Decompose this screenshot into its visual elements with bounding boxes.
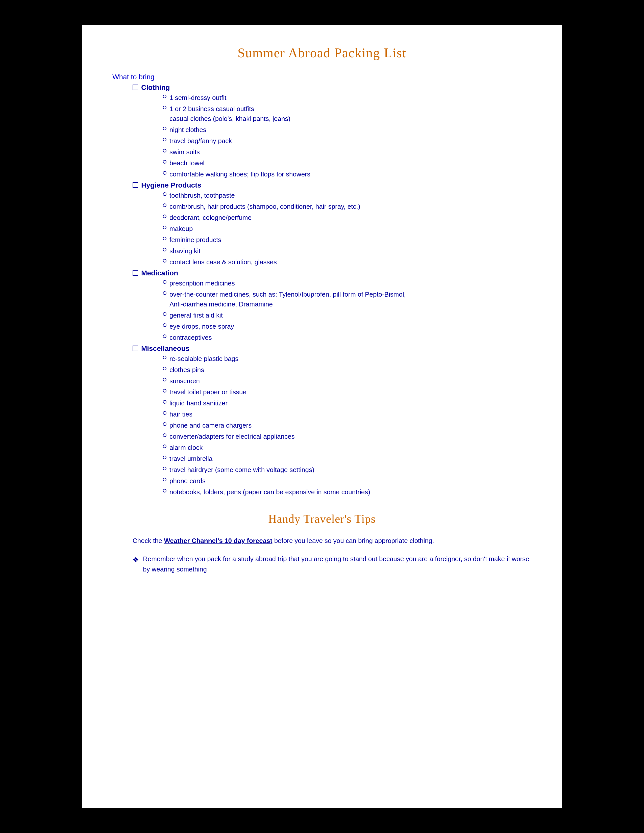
item-text: deodorant, cologne/perfume — [169, 213, 251, 223]
list-item: shaving kit — [163, 246, 531, 256]
category-item-medication: Medicationprescription medicinesover-the… — [133, 269, 531, 343]
item-text: travel bag/fanny pack — [169, 136, 232, 146]
category-list: Clothing1 semi-dressy outfit1 or 2 busin… — [133, 84, 531, 497]
bullet-circle-icon — [163, 192, 166, 196]
list-item: comb/brush, hair products (shampoo, cond… — [163, 202, 531, 212]
list-item: contraceptives — [163, 333, 531, 343]
checkbox-icon-miscellaneous — [133, 346, 138, 351]
bullet-circle-icon — [163, 489, 166, 492]
items-list-miscellaneous: re-sealable plastic bagsclothes pinssuns… — [163, 354, 531, 497]
page-container: Summer Abroad Packing List What to bring… — [82, 25, 562, 808]
item-text: feminine products — [169, 235, 221, 245]
item-text: eye drops, nose spray — [169, 322, 234, 331]
bullet-circle-icon — [163, 422, 166, 426]
bullet-circle-icon — [163, 106, 166, 109]
item-text: converter/adapters for electrical applia… — [169, 432, 295, 442]
item-text: prescription medicines — [169, 278, 235, 288]
item-text: hair ties — [169, 409, 192, 419]
category-text-miscellaneous: Miscellaneous — [141, 344, 189, 353]
bullet-circle-icon — [163, 312, 166, 316]
category-text-clothing: Clothing — [141, 84, 170, 92]
list-item: phone and camera chargers — [163, 421, 531, 430]
item-text: general first aid kit — [169, 310, 223, 320]
items-list-clothing: 1 semi-dressy outfit1 or 2 business casu… — [163, 93, 531, 179]
bullet-circle-icon — [163, 171, 166, 175]
item-text: swim suits — [169, 147, 200, 157]
bullet-circle-icon — [163, 127, 166, 130]
list-item: alarm clock — [163, 443, 531, 453]
diamond-bullet-icon: ❖ — [133, 554, 139, 566]
item-text: night clothes — [169, 125, 206, 135]
list-item: general first aid kit — [163, 310, 531, 320]
weather-channel-link[interactable]: Weather Channel's 10 day forecast — [164, 537, 272, 545]
category-text-hygiene: Hygiene Products — [141, 181, 201, 189]
tips-section: Check the Weather Channel's 10 day forec… — [113, 536, 531, 575]
category-text-medication: Medication — [141, 269, 178, 277]
page-title: Summer Abroad Packing List — [113, 45, 531, 60]
bullet-circle-icon — [163, 456, 166, 459]
list-item: travel hairdryer (some come with voltage… — [163, 465, 531, 475]
bullet-circle-icon — [163, 389, 166, 392]
bullet-circle-icon — [163, 378, 166, 381]
list-item: phone cards — [163, 476, 531, 486]
category-item-hygiene: Hygiene Productstoothbrush, toothpasteco… — [133, 181, 531, 267]
bullet-circle-icon — [163, 323, 166, 327]
bullet-circle-icon — [163, 433, 166, 437]
bullet-circle-icon — [163, 334, 166, 338]
bullet-circle-icon — [163, 444, 166, 448]
list-item: toothbrush, toothpaste — [163, 191, 531, 200]
item-text: travel toilet paper or tissue — [169, 387, 246, 397]
tips-bullet-item: ❖ Remember when you pack for a study abr… — [133, 554, 531, 575]
what-to-bring-link[interactable]: What to bring — [113, 73, 531, 81]
items-list-medication: prescription medicinesover-the-counter m… — [163, 278, 531, 343]
bullet-circle-icon — [163, 160, 166, 164]
bullet-circle-icon — [163, 215, 166, 218]
tips-title: Handy Traveler's Tips — [113, 512, 531, 526]
list-item: over-the-counter medicines, such as: Tyl… — [163, 289, 531, 309]
item-text: phone and camera chargers — [169, 421, 251, 430]
item-text: notebooks, folders, pens (paper can be e… — [169, 487, 370, 497]
checkbox-icon-hygiene — [133, 182, 138, 188]
list-item: hair ties — [163, 409, 531, 419]
list-item: comfortable walking shoes; flip flops fo… — [163, 169, 531, 179]
bullet-circle-icon — [163, 138, 166, 142]
item-text: contact lens case & solution, glasses — [169, 257, 277, 267]
tips-bullet-text: Remember when you pack for a study abroa… — [143, 554, 531, 575]
list-item: prescription medicines — [163, 278, 531, 288]
item-text: re-sealable plastic bags — [169, 354, 238, 364]
item-text: shaving kit — [169, 246, 201, 256]
item-text: travel umbrella — [169, 454, 213, 464]
list-item: contact lens case & solution, glasses — [163, 257, 531, 267]
bullet-circle-icon — [163, 203, 166, 207]
list-item: deodorant, cologne/perfume — [163, 213, 531, 223]
list-item: feminine products — [163, 235, 531, 245]
list-item: travel umbrella — [163, 454, 531, 464]
items-list-hygiene: toothbrush, toothpastecomb/brush, hair p… — [163, 191, 531, 267]
list-item: makeup — [163, 224, 531, 234]
list-item: 1 semi-dressy outfit — [163, 93, 531, 103]
list-item: 1 or 2 business casual outfitscasual clo… — [163, 104, 531, 124]
item-text: over-the-counter medicines, such as: Tyl… — [169, 289, 406, 309]
bullet-circle-icon — [163, 367, 166, 370]
item-text: clothes pins — [169, 365, 204, 375]
bullet-circle-icon — [163, 237, 166, 240]
item-line: 1 or 2 business casual outfits — [169, 105, 254, 113]
item-text: alarm clock — [169, 443, 203, 453]
bullet-circle-icon — [163, 467, 166, 470]
tips-after-text: before you leave so you can bring approp… — [274, 537, 434, 545]
list-item: eye drops, nose spray — [163, 322, 531, 331]
list-item: sunscreen — [163, 376, 531, 386]
item-text: 1 semi-dressy outfit — [169, 93, 226, 103]
bullet-circle-icon — [163, 149, 166, 153]
list-item: travel toilet paper or tissue — [163, 387, 531, 397]
list-item: beach towel — [163, 158, 531, 168]
category-item-clothing: Clothing1 semi-dressy outfit1 or 2 busin… — [133, 84, 531, 179]
item-line: Anti-diarrhea medicine, Dramamine — [169, 301, 273, 308]
bullet-circle-icon — [163, 400, 166, 404]
bullet-circle-icon — [163, 356, 166, 359]
list-item: night clothes — [163, 125, 531, 135]
item-text: travel hairdryer (some come with voltage… — [169, 465, 314, 475]
item-text: 1 or 2 business casual outfitscasual clo… — [169, 104, 290, 124]
tips-intro-text: Check the — [133, 537, 164, 545]
tips-intro-para: Check the Weather Channel's 10 day forec… — [133, 536, 531, 546]
